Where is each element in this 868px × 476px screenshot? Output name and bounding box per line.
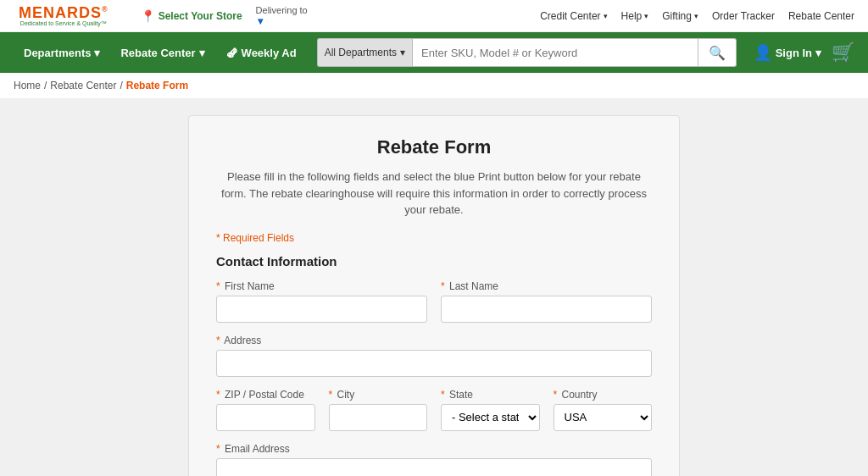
address-group: * Address	[216, 335, 652, 377]
rebate-center-breadcrumb[interactable]: Rebate Center	[50, 80, 116, 91]
top-bar-right: Credit Center▾ Help▾ Gifting▾ Order Trac…	[540, 10, 854, 22]
chevron-down-icon: ▾	[199, 47, 205, 59]
address-row: * Address	[216, 335, 652, 377]
zip-input[interactable]	[216, 404, 315, 431]
chevron-down-icon: ▾	[94, 47, 100, 59]
help-link[interactable]: Help▾	[621, 10, 649, 22]
location-icon: 📍	[141, 9, 155, 23]
chevron-icon: ▾	[604, 12, 608, 20]
section-title: Contact Information	[216, 254, 652, 268]
zip-group: * ZIP / Postal Code	[216, 389, 315, 431]
logo-brand: MENARDS®	[19, 5, 108, 20]
chevron-icon: ▾	[644, 12, 648, 20]
required-notice: * Required Fields	[216, 232, 652, 244]
delivering-to[interactable]: Delivering to ▾	[256, 5, 308, 27]
city-group: * City	[329, 389, 428, 431]
city-label: * City	[329, 389, 428, 401]
rebate-center-top-link[interactable]: Rebate Center	[788, 10, 854, 22]
order-tracker-link[interactable]: Order Tracker	[712, 10, 775, 22]
sign-in-button[interactable]: 👤 Sign In ▾	[747, 43, 828, 62]
store-select[interactable]: 📍 Select Your Store	[141, 9, 242, 23]
search-input[interactable]	[412, 38, 698, 67]
location-row: * ZIP / Postal Code * City * State - Sel	[216, 389, 652, 431]
gifting-link[interactable]: Gifting▾	[662, 10, 698, 22]
state-select[interactable]: - Select a state - ALAKAZAR CACOCTDE FLG…	[441, 404, 540, 431]
first-name-label: * First Name	[216, 280, 427, 292]
email-row: * Email Address	[216, 443, 652, 477]
zip-label: * ZIP / Postal Code	[216, 389, 315, 401]
name-row: * First Name * Last Name	[216, 280, 652, 323]
country-group: * Country USA Canada	[554, 389, 653, 431]
credit-center-link[interactable]: Credit Center▾	[540, 10, 607, 22]
chevron-down-icon: ▾	[400, 47, 405, 58]
search-button[interactable]: 🔍	[698, 38, 737, 67]
cart-icon[interactable]: 🛒	[832, 42, 854, 64]
breadcrumb: Home / Rebate Center / Rebate Form	[0, 73, 868, 98]
address-label: * Address	[216, 335, 652, 346]
state-group: * State - Select a state - ALAKAZAR CACO…	[441, 389, 540, 431]
chevron-icon: ▾	[694, 12, 698, 20]
country-label: * Country	[554, 389, 653, 401]
logo-subtitle: Dedicated to Service & Quality™	[20, 20, 107, 26]
search-bar: All Departments ▾ 🔍	[317, 38, 737, 67]
city-input[interactable]	[329, 404, 428, 431]
email-label: * Email Address	[216, 443, 652, 455]
weekly-ad-nav[interactable]: 🗞 Weekly Ad	[215, 32, 307, 73]
country-select[interactable]: USA Canada	[554, 404, 653, 431]
email-group: * Email Address	[216, 443, 652, 477]
first-name-group: * First Name	[216, 280, 427, 323]
chevron-down-icon: ▾	[815, 47, 821, 59]
nav-bar: Departments ▾ Rebate Center ▾ 🗞 Weekly A…	[0, 32, 868, 73]
departments-nav[interactable]: Departments ▾	[14, 32, 110, 73]
home-breadcrumb[interactable]: Home	[14, 80, 41, 91]
rebate-form-container: Rebate Form Please fill in the following…	[188, 115, 680, 476]
first-name-input[interactable]	[216, 296, 427, 323]
user-icon: 👤	[754, 43, 772, 62]
logo[interactable]: MENARDS® Dedicated to Service & Quality™	[14, 3, 114, 28]
current-breadcrumb: Rebate Form	[126, 80, 188, 91]
project-center-nav[interactable]: Rebate Center ▾	[110, 32, 214, 73]
state-label: * State	[441, 389, 540, 401]
last-name-input[interactable]	[441, 296, 652, 323]
top-bar: MENARDS® Dedicated to Service & Quality™…	[0, 0, 868, 32]
top-bar-left: MENARDS® Dedicated to Service & Quality™…	[14, 3, 308, 28]
last-name-label: * Last Name	[441, 280, 652, 292]
email-input[interactable]	[216, 458, 652, 477]
form-description: Please fill in the following fields and …	[216, 169, 652, 219]
form-title: Rebate Form	[216, 136, 652, 158]
search-icon: 🔍	[709, 46, 726, 60]
last-name-group: * Last Name	[441, 280, 652, 323]
department-select[interactable]: All Departments ▾	[317, 38, 412, 67]
address-input[interactable]	[216, 350, 652, 377]
main-content: Rebate Form Please fill in the following…	[0, 98, 868, 476]
